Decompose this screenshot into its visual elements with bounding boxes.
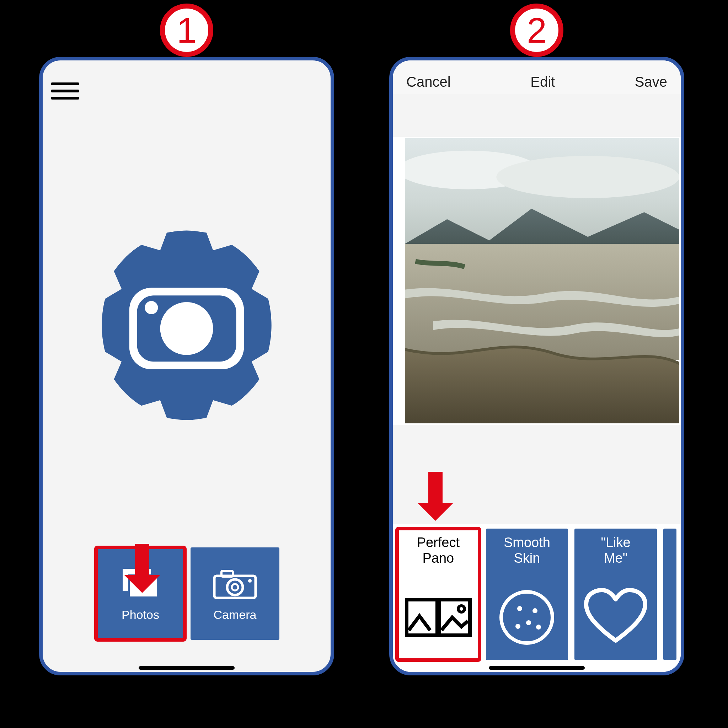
- filter-label: Me": [604, 551, 627, 566]
- svg-rect-8: [222, 571, 233, 577]
- svg-point-26: [515, 624, 520, 629]
- filter-perfect-pano[interactable]: Perfect Pano: [397, 529, 480, 660]
- step-badge-2: 2: [510, 3, 563, 57]
- panorama-preview[interactable]: [393, 137, 681, 425]
- svg-point-2: [160, 302, 213, 355]
- home-indicator: [489, 666, 585, 670]
- phone-screen-1: Photos Camera: [39, 57, 334, 675]
- filter-next-peek[interactable]: [663, 529, 676, 660]
- camera-icon: [210, 566, 260, 601]
- phone-screen-2: Cancel Edit Save: [389, 57, 684, 675]
- camera-label: Camera: [214, 608, 257, 622]
- step-badge-1: 1: [160, 3, 213, 57]
- svg-point-27: [536, 624, 541, 630]
- cancel-button[interactable]: Cancel: [406, 74, 451, 90]
- svg-point-3: [145, 301, 158, 314]
- panorama-icon: [397, 575, 480, 660]
- svg-point-14: [496, 156, 679, 198]
- face-dots-icon: [486, 575, 568, 660]
- photos-label: Photos: [122, 608, 159, 622]
- filter-label: Skin: [514, 551, 540, 566]
- svg-point-24: [532, 608, 537, 613]
- step-number: 2: [527, 10, 547, 51]
- menu-icon[interactable]: [51, 83, 79, 99]
- arrow-down-icon: [135, 544, 149, 576]
- pano-slice: [404, 137, 681, 425]
- edit-nav-bar: Cancel Edit Save: [393, 60, 681, 94]
- gear-camera-icon: [76, 215, 297, 436]
- svg-point-21: [458, 606, 465, 612]
- camera-button[interactable]: Camera: [191, 548, 279, 640]
- heart-icon: [574, 575, 657, 660]
- filter-label: Perfect: [417, 535, 460, 550]
- svg-point-22: [501, 592, 552, 643]
- filter-strip[interactable]: Perfect Pano Smooth Skin: [393, 524, 681, 672]
- step-number: 1: [177, 10, 197, 51]
- svg-point-9: [227, 580, 243, 595]
- svg-point-23: [517, 606, 522, 611]
- arrow-down-icon: [428, 472, 442, 504]
- filter-label: "Like: [601, 535, 631, 550]
- svg-point-10: [232, 584, 238, 590]
- filter-smooth-skin[interactable]: Smooth Skin: [486, 529, 568, 660]
- home-indicator: [139, 666, 235, 670]
- filter-like-me[interactable]: "Like Me": [574, 529, 657, 660]
- page-title: Edit: [530, 74, 555, 90]
- save-button[interactable]: Save: [635, 74, 667, 90]
- svg-point-11: [248, 579, 252, 583]
- filter-label: Pano: [422, 551, 454, 566]
- svg-point-25: [526, 620, 531, 625]
- filter-label: Smooth: [504, 535, 550, 550]
